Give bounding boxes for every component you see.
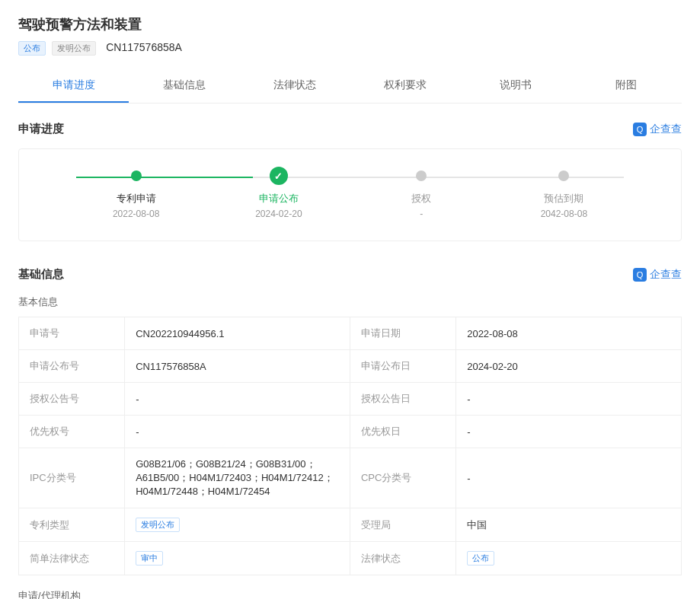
field-label: 申请日期 xyxy=(350,317,455,350)
table-row: 授权公告号-授权公告日- xyxy=(19,383,682,416)
timeline-dot xyxy=(558,170,569,181)
field-value: - xyxy=(125,383,350,416)
table-row: 申请号CN202210944956.1申请日期2022-08-08 xyxy=(19,317,682,350)
basic-info-table: 申请号CN202210944956.1申请日期2022-08-08申请公布号CN… xyxy=(18,317,682,575)
field-value: CN202210944956.1 xyxy=(125,317,350,350)
field-label: 申请公布日 xyxy=(350,350,455,383)
field-label: 专利类型 xyxy=(19,508,125,542)
field-label: 优先权号 xyxy=(19,416,125,448)
brand-badge[interactable]: Q 企查查 xyxy=(633,123,682,136)
header-badges: 公布 发明公布 CN117576858A xyxy=(18,41,682,56)
table-row: 申请公布号CN117576858A申请公布日2024-02-20 xyxy=(19,350,682,383)
timeline-label: 授权 xyxy=(350,192,493,206)
tab-2[interactable]: 法律状态 xyxy=(239,69,350,103)
section-basic-title: 基础信息 xyxy=(18,267,64,282)
field-value: - xyxy=(456,416,682,448)
value-tag[interactable]: 发明公布 xyxy=(136,518,180,532)
field-value: - xyxy=(456,448,682,508)
value-tag[interactable]: 审中 xyxy=(136,551,163,566)
patent-number: CN117576858A xyxy=(106,41,182,53)
field-label: 授权公告号 xyxy=(19,383,125,416)
timeline-step: 授权- xyxy=(350,170,493,219)
timeline-date: 2024-02-20 xyxy=(207,209,350,219)
timeline-date: 2022-08-08 xyxy=(65,209,207,219)
value-tag[interactable]: 公布 xyxy=(467,551,494,566)
timeline: 专利申请2022-08-08申请公布2024-02-20授权-预估到期2042-… xyxy=(65,170,635,219)
tab-5[interactable]: 附图 xyxy=(571,69,682,103)
timeline-date: - xyxy=(350,209,493,219)
brand-text: 企查查 xyxy=(650,123,682,136)
timeline-step: 专利申请2022-08-08 xyxy=(65,170,207,219)
section-progress-title: 申请进度 xyxy=(18,122,64,136)
timeline-dot xyxy=(270,167,288,185)
timeline-step: 申请公布2024-02-20 xyxy=(207,170,350,219)
tabs: 申请进度基础信息法律状态权利要求说明书附图 xyxy=(18,69,682,104)
field-label: IPC分类号 xyxy=(19,448,125,508)
table-row: IPC分类号G08B21/06；G08B21/24；G08B31/00；A61B… xyxy=(19,448,682,508)
field-label: 法律状态 xyxy=(350,542,455,575)
brand-icon: Q xyxy=(633,268,647,282)
field-label: 申请公布号 xyxy=(19,350,125,383)
tab-0[interactable]: 申请进度 xyxy=(18,69,129,103)
timeline-date: 2042-08-08 xyxy=(493,209,635,219)
field-value: G08B21/06；G08B21/24；G08B31/00；A61B5/00；H… xyxy=(125,448,350,508)
field-value: 发明公布 xyxy=(125,508,350,542)
brand-icon: Q xyxy=(633,123,647,136)
table-row: 简单法律状态审中法律状态公布 xyxy=(19,542,682,575)
field-value: 中国 xyxy=(456,508,682,542)
field-label: 授权公告日 xyxy=(350,383,455,416)
page-title: 驾驶预警方法和装置 xyxy=(18,15,682,33)
field-label: 简单法律状态 xyxy=(19,542,125,575)
timeline-step: 预估到期2042-08-08 xyxy=(493,170,635,219)
timeline-label: 预估到期 xyxy=(493,192,635,206)
field-value: 2024-02-20 xyxy=(456,350,682,383)
field-value: - xyxy=(456,383,682,416)
timeline-label: 申请公布 xyxy=(207,192,350,206)
field-value: CN117576858A xyxy=(125,350,350,383)
timeline-dot xyxy=(416,170,427,181)
field-label: 受理局 xyxy=(350,508,455,542)
basic-sub-title: 基本信息 xyxy=(18,295,682,309)
applicant-sub-title: 申请/代理机构 xyxy=(18,589,682,599)
timeline-dot xyxy=(131,170,142,181)
field-value: 公布 xyxy=(456,542,682,575)
field-value: 审中 xyxy=(125,542,350,575)
brand-text: 企查查 xyxy=(650,268,682,282)
brand-badge[interactable]: Q 企查查 xyxy=(633,268,682,282)
field-label: 申请号 xyxy=(19,317,125,350)
table-row: 专利类型发明公布受理局中国 xyxy=(19,508,682,542)
tab-3[interactable]: 权利要求 xyxy=(350,69,461,103)
timeline-box: 专利申请2022-08-08申请公布2024-02-20授权-预估到期2042-… xyxy=(18,148,682,241)
field-value: - xyxy=(125,416,350,448)
field-label: CPC分类号 xyxy=(350,448,455,508)
timeline-label: 专利申请 xyxy=(65,192,207,206)
tab-4[interactable]: 说明书 xyxy=(461,69,571,103)
field-value: 2022-08-08 xyxy=(456,317,682,350)
table-row: 优先权号-优先权日- xyxy=(19,416,682,448)
type-badge: 发明公布 xyxy=(52,41,96,56)
tab-1[interactable]: 基础信息 xyxy=(129,69,239,103)
field-label: 优先权日 xyxy=(350,416,455,448)
status-badge: 公布 xyxy=(18,41,46,56)
